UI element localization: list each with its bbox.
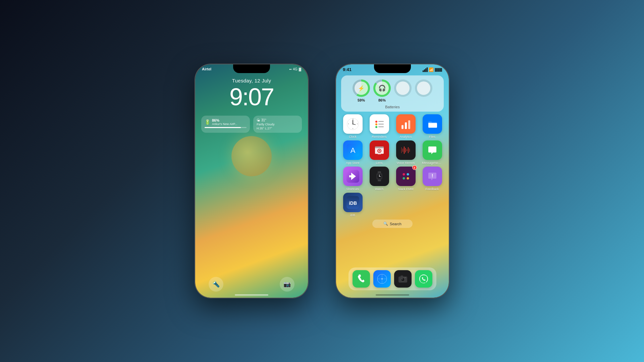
svg-point-46 bbox=[379, 176, 380, 177]
dock-phone[interactable] bbox=[353, 270, 370, 288]
svg-rect-30 bbox=[401, 147, 402, 153]
airpod-battery-bar bbox=[205, 127, 247, 128]
lens-label: Lens bbox=[376, 161, 383, 165]
battery-circle-empty1 bbox=[394, 79, 412, 97]
feedback-label: Feedback bbox=[426, 187, 439, 191]
app-item-files[interactable]: Files bbox=[421, 114, 444, 138]
side-button-left bbox=[308, 105, 309, 125]
dock-camera-icon bbox=[394, 270, 412, 288]
dock-safari[interactable] bbox=[373, 270, 391, 288]
voicememos-icon bbox=[396, 140, 416, 160]
svg-rect-31 bbox=[402, 148, 403, 152]
search-icon: 🔍 bbox=[383, 222, 388, 226]
home-indicator-right bbox=[376, 294, 409, 296]
files-label: Files bbox=[429, 135, 435, 138]
dock-whatsapp-icon bbox=[415, 270, 432, 288]
weather-temp: 31° bbox=[261, 118, 266, 122]
search-button[interactable]: 🔍 Search bbox=[372, 220, 413, 228]
svg-text:iDB: iDB bbox=[348, 200, 357, 206]
dock bbox=[348, 267, 436, 290]
svg-rect-67 bbox=[400, 276, 403, 277]
appstore-label: App Store bbox=[346, 161, 359, 165]
dock-safari-icon bbox=[373, 270, 391, 288]
phone-right: 9:41 📶 ▓▓▓ bbox=[335, 64, 449, 298]
app-item-watch[interactable]: Watch bbox=[368, 167, 391, 191]
battery-circle-phone: ⚡ bbox=[353, 79, 370, 97]
app-item-analytics[interactable]: Analytics bbox=[394, 114, 417, 138]
app-grid-row3: Shortcuts bbox=[341, 167, 444, 191]
home-status-icons: 📶 ▓▓▓ bbox=[423, 67, 442, 72]
idb-icon: iDB bbox=[343, 193, 363, 212]
airpod-name: Ankur's New AirP... bbox=[212, 122, 237, 126]
side-button-right bbox=[449, 105, 449, 125]
svg-rect-55 bbox=[407, 178, 409, 179]
reminders-icon bbox=[370, 114, 389, 134]
appstore-icon: A bbox=[343, 140, 363, 160]
flashlight-button[interactable]: 🔦 bbox=[209, 277, 223, 292]
app-item-messagenon[interactable]: MessageNon... bbox=[421, 140, 444, 165]
airpod-battery-pct-home: 86% bbox=[378, 98, 386, 102]
lock-date: Tuesday, 12 July bbox=[195, 78, 308, 83]
airpod-battery-icon: 🎧 bbox=[378, 84, 386, 92]
svg-rect-13 bbox=[378, 121, 384, 122]
feedback-icon: ! bbox=[423, 167, 442, 186]
app-item-idb[interactable]: iDB iDB bbox=[341, 193, 364, 217]
flashlight-icon: 🔦 bbox=[212, 281, 220, 288]
messagenon-icon bbox=[423, 140, 442, 160]
app-item-shortcuts[interactable]: Shortcuts bbox=[341, 167, 364, 191]
signal-4g: 4G bbox=[293, 67, 297, 71]
svg-rect-28 bbox=[378, 154, 381, 155]
svg-rect-47 bbox=[399, 170, 412, 183]
phone-left: Airtel ▪▪ 4G ▓ Tuesday, 12 July 9:07 🔋 bbox=[195, 64, 309, 298]
app-item-lens[interactable]: Lens bbox=[368, 140, 391, 165]
analytics-icon bbox=[396, 114, 416, 134]
batteries-widget: ⚡ 59% 🎧 86% bbox=[341, 75, 444, 112]
dock-camera[interactable] bbox=[394, 270, 412, 288]
svg-point-11 bbox=[375, 123, 377, 125]
app-item-clock[interactable]: 12 3 6 9 Clock bbox=[341, 114, 364, 138]
notch-left bbox=[233, 64, 270, 73]
app-item-slack[interactable]: 2 Slack EMM bbox=[394, 167, 417, 191]
svg-rect-17 bbox=[401, 125, 404, 129]
app-grid-row1: 12 3 6 9 Clock bbox=[341, 114, 444, 138]
wifi-icon: 📶 bbox=[429, 67, 434, 72]
svg-rect-36 bbox=[409, 148, 410, 152]
messagenon-label: MessageNon... bbox=[422, 161, 442, 165]
reminders-label: Reminders bbox=[372, 135, 387, 138]
network-icon: ▪▪ bbox=[289, 67, 291, 71]
svg-point-4 bbox=[352, 124, 353, 125]
airpod-battery-pct: 86% bbox=[212, 118, 237, 122]
battery-circle-empty2 bbox=[415, 79, 432, 97]
app-item-feedback[interactable]: ! Feedback bbox=[421, 167, 444, 191]
app-item-reminders[interactable]: Reminders bbox=[368, 114, 391, 138]
shortcuts-icon bbox=[343, 167, 363, 186]
lock-time: 9:07 bbox=[195, 85, 308, 109]
svg-point-12 bbox=[375, 126, 377, 128]
lock-bottom-bar: 🔦 📷 bbox=[195, 271, 308, 298]
airpod-icon: 🔋 bbox=[205, 119, 210, 125]
svg-text:A: A bbox=[350, 146, 355, 155]
svg-text:!: ! bbox=[431, 173, 433, 178]
weather-icon: 🌤 bbox=[257, 118, 260, 122]
camera-button[interactable]: 📷 bbox=[280, 277, 294, 292]
svg-point-10 bbox=[375, 121, 377, 123]
batteries-widget-label: Batteries bbox=[346, 105, 439, 109]
battery-item-empty2 bbox=[415, 79, 432, 102]
svg-point-27 bbox=[379, 150, 380, 152]
files-icon bbox=[423, 114, 442, 134]
dock-whatsapp[interactable] bbox=[415, 270, 432, 288]
svg-rect-52 bbox=[402, 174, 404, 175]
app-item-appstore[interactable]: A App Store bbox=[341, 140, 364, 165]
svg-rect-53 bbox=[407, 174, 409, 175]
svg-text:6: 6 bbox=[352, 128, 353, 129]
lock-globe-decoration bbox=[231, 136, 272, 176]
clock-icon: 12 3 6 9 bbox=[343, 114, 363, 134]
svg-rect-19 bbox=[408, 120, 410, 129]
app-item-voicememos[interactable]: Voice Memos bbox=[394, 140, 417, 165]
phone-battery-icon: ⚡ bbox=[358, 85, 365, 92]
svg-rect-25 bbox=[375, 146, 384, 148]
home-screen: 9:41 📶 ▓▓▓ bbox=[336, 64, 449, 298]
battery-item-airpod: 🎧 86% bbox=[373, 79, 391, 102]
svg-rect-18 bbox=[405, 122, 407, 129]
watch-label: Watch bbox=[375, 187, 383, 191]
